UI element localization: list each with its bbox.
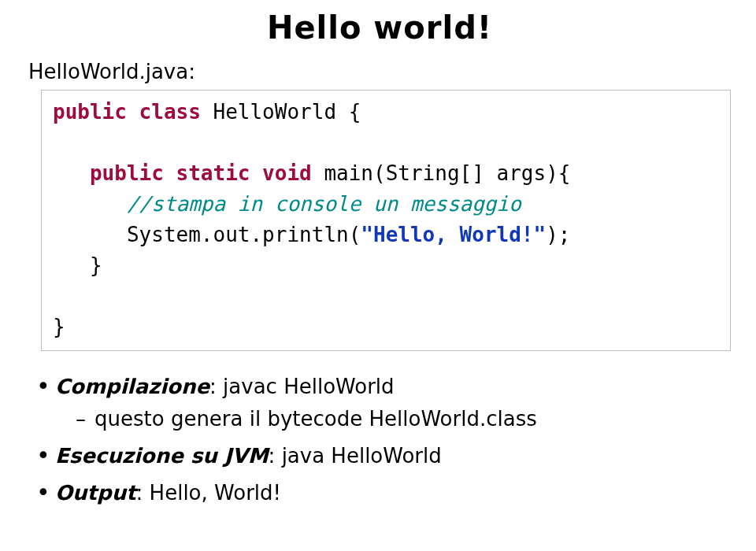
bullet-label: Compilazione	[55, 375, 209, 398]
slide-title: Hello world!	[25, 9, 734, 46]
code-text: }	[53, 253, 102, 277]
code-indent	[53, 161, 90, 185]
code-comment: //stampa in console un messaggio	[127, 192, 521, 216]
code-keyword: public static void	[90, 161, 324, 185]
bullet-label: Output	[55, 481, 136, 505]
bullet-list: Compilazione: javac HelloWorld questo ge…	[32, 373, 734, 507]
bullet-text: : javac HelloWorld	[209, 375, 394, 398]
filename-label: HelloWorld.java:	[28, 60, 734, 83]
code-text: System.out.println(	[127, 223, 361, 246]
bullet-label: Esecuzione su JVM	[55, 444, 269, 468]
code-keyword: public class	[53, 100, 213, 124]
bullet-compilation: Compilazione: javac HelloWorld questo ge…	[32, 373, 734, 433]
code-text: );	[546, 223, 570, 246]
code-block: public class HelloWorld { public static …	[41, 90, 731, 351]
slide: Hello world! HelloWorld.java: public cla…	[0, 0, 756, 551]
bullet-execution: Esecuzione su JVM: java HelloWorld	[32, 442, 734, 470]
code-text: main(String[] args){	[324, 161, 570, 185]
code-text: }	[53, 315, 65, 338]
bullet-sub: questo genera il bytecode HelloWorld.cla…	[76, 405, 734, 433]
code-string: "Hello, World!"	[361, 223, 546, 246]
code-text: HelloWorld {	[213, 100, 361, 124]
bullet-output: Output: Hello, World!	[32, 479, 734, 507]
bullet-text: : Hello, World!	[136, 481, 281, 505]
bullet-text: : java HelloWorld	[269, 444, 442, 468]
code-indent	[53, 223, 127, 246]
code-indent	[53, 192, 127, 216]
